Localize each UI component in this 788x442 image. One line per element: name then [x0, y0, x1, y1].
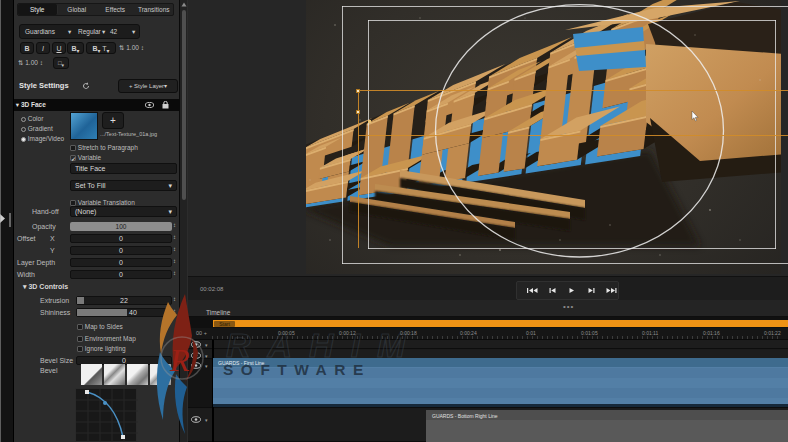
svg-text:R: R — [169, 342, 190, 378]
